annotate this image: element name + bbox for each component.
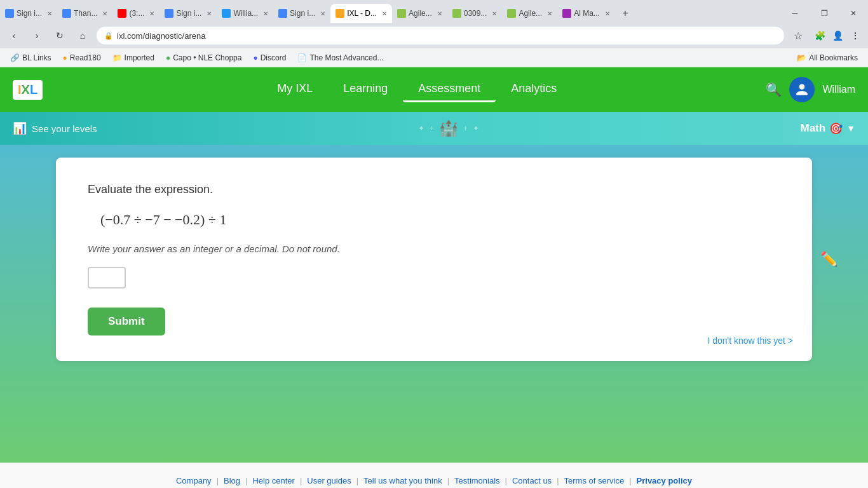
nav-analytics[interactable]: Analytics [496,77,572,102]
imported-icon: 📁 [112,53,122,62]
footer-guides[interactable]: User guides [303,476,355,485]
nav-my-ixl[interactable]: My IXL [262,77,328,102]
castle-area: ✦ + 🏰 + ✦ [97,119,801,137]
tab-5-close[interactable]: ✕ [263,10,268,17]
subject-icon: 🎯 [829,122,843,135]
home-button[interactable]: ⌂ [74,27,92,44]
ixl-header: I X L My IXL Learning Assessment Analyti… [0,67,868,112]
divider-6: | [504,476,508,485]
extension-icons: 🧩 👤 ⋮ [812,28,863,43]
tab-11-close[interactable]: ✕ [605,10,610,17]
math-expression: (−0.7 ÷ −7 − −0.2) ÷ 1 [100,212,780,228]
tab-6[interactable]: Sign i... ✕ [273,4,330,23]
edit-icon-button[interactable]: ✏️ [820,251,837,268]
maximize-button[interactable]: ❐ [810,4,839,23]
tab-7[interactable]: IXL - D... ✕ [330,4,392,23]
tab-2[interactable]: Than... ✕ [57,4,112,23]
logo-box: I X L [13,80,43,100]
sparkle-left-2: + [430,124,434,133]
tab-4-close[interactable]: ✕ [207,10,212,17]
url-bar[interactable]: 🔒 ixl.com/diagnostic/arena [97,27,784,44]
tab-1[interactable]: Sign i... ✕ [0,4,57,23]
header-right: 🔍 William [766,77,855,102]
bookmark-discord[interactable]: ● Discord [248,52,291,64]
chevron-down-icon: ▼ [846,123,855,133]
ixl-logo[interactable]: I X L [13,80,43,100]
tab-10-close[interactable]: ✕ [547,10,552,17]
tab-8-close[interactable]: ✕ [437,10,442,17]
tab-7-label: IXL - D... [347,9,377,18]
minimize-button[interactable]: ─ [780,4,810,23]
footer-privacy[interactable]: Privacy policy [633,476,696,485]
footer-blog[interactable]: Blog [220,476,244,485]
main-nav: My IXL Learning Assessment Analytics [68,77,766,102]
divider-7: | [555,476,560,485]
tab-9[interactable]: 0309... ✕ [447,4,503,23]
discord-label: Discord [261,53,287,62]
tab-4-label: Sign i... [176,9,201,18]
bl-links-label: BL Links [22,53,51,62]
answer-input[interactable] [88,267,126,288]
reload-button[interactable]: ↻ [51,27,69,44]
close-button[interactable]: ✕ [839,4,868,23]
tab-4[interactable]: Sign i... ✕ [159,4,217,23]
tab-2-label: Than... [74,9,97,18]
bookmark-capo[interactable]: ● Capo • NLE Choppa [161,52,247,64]
extension-1[interactable]: 🧩 [812,28,827,43]
bookmark-advanced[interactable]: 📄 The Most Advanced... [292,52,388,64]
tab-7-close[interactable]: ✕ [382,10,387,17]
footer-company[interactable]: Company [172,476,215,485]
bookmark-imported[interactable]: 📁 Imported [107,52,159,64]
tab-9-close[interactable]: ✕ [492,10,497,17]
nav-learning[interactable]: Learning [328,77,403,102]
tab-11[interactable]: Al Ma... ✕ [557,4,615,23]
tab-9-label: 0309... [464,9,487,18]
diagnostic-bar: 📊 See your levels ✦ + 🏰 + ✦ Math 🎯 ▼ [0,112,868,145]
footer-terms[interactable]: Terms of service [560,476,628,485]
see-levels-label: See your levels [32,123,97,134]
footer-contact[interactable]: Contact us [508,476,555,485]
tab-6-close[interactable]: ✕ [320,10,325,17]
capo-dot: ● [166,53,170,62]
new-tab-button[interactable]: + [615,4,635,23]
bl-links-icon: 🔗 [10,53,20,62]
back-button[interactable]: ‹ [5,27,23,44]
search-button[interactable]: 🔍 [766,82,782,97]
bookmark-bl-links[interactable]: 🔗 BL Links [5,52,57,64]
extension-2[interactable]: 👤 [830,28,845,43]
tab-3[interactable]: (3:... ✕ [112,4,159,23]
tab-10-label: Agile... [519,9,542,18]
dont-know-button[interactable]: I don't know this yet > [707,336,793,346]
bookmark-star[interactable]: ☆ [789,27,807,44]
footer-help[interactable]: Help center [248,476,298,485]
tab-8-label: Agile... [409,9,432,18]
advanced-icon: 📄 [297,53,307,62]
nav-assessment[interactable]: Assessment [403,77,496,102]
user-avatar[interactable] [789,77,815,102]
all-bookmarks-label: All Bookmarks [809,53,858,62]
math-selector[interactable]: Math 🎯 ▼ [800,122,855,135]
logo-l: L [30,83,37,97]
all-bookmarks-button[interactable]: 📂 All Bookmarks [792,52,863,64]
all-bookmarks-icon: 📂 [797,53,806,62]
tab-8[interactable]: Agile... ✕ [392,4,447,23]
divider-5: | [446,476,451,485]
advanced-label: The Most Advanced... [309,53,383,62]
menu-button[interactable]: ⋮ [848,28,863,43]
bookmark-read180[interactable]: ● Read180 [58,52,106,64]
footer-testimonials[interactable]: Testimonials [451,476,504,485]
question-instruction: Evaluate the expression. [88,183,780,196]
tab-3-label: (3:... [129,9,144,18]
submit-button[interactable]: Submit [88,308,165,336]
read180-dot: ● [63,53,67,62]
tab-6-label: Sign i... [290,9,315,18]
tab-3-close[interactable]: ✕ [149,10,154,17]
username-label[interactable]: William [822,84,855,95]
see-levels-button[interactable]: 📊 See your levels [13,121,97,135]
tab-10[interactable]: Agile... ✕ [502,4,557,23]
footer-feedback[interactable]: Tell us what you think [360,476,446,485]
tab-1-close[interactable]: ✕ [47,10,52,17]
forward-button[interactable]: › [28,27,46,44]
tab-5[interactable]: Willia... ✕ [217,4,273,23]
tab-2-close[interactable]: ✕ [102,10,107,17]
